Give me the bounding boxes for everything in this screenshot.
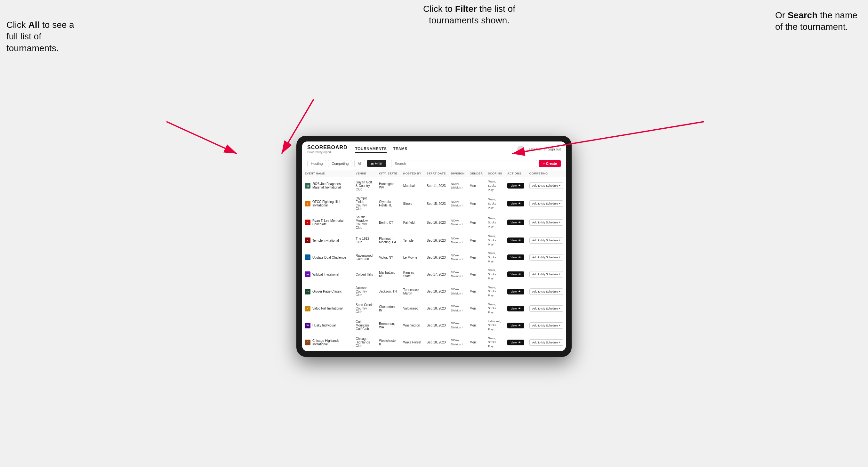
- cell-event-name-9: W Husky Individual: [302, 317, 353, 334]
- table-row: W Husky Individual Gold Mountain Golf Cl…: [302, 317, 566, 334]
- cell-event-name-3: F Ryan T. Lee Memorial Collegiate: [302, 213, 353, 232]
- annotation-topcenter: Click to Filter the list of tournaments …: [408, 3, 530, 27]
- cell-scoring-3: Team,Stroke Play: [485, 213, 505, 232]
- col-venue: VENUE: [353, 170, 376, 177]
- cell-competing-4: Add to My Schedule +: [527, 232, 566, 249]
- cell-start-date-1: Sep 11, 2023: [424, 177, 448, 194]
- cell-actions-10: View 👁: [505, 334, 527, 351]
- table-row: I OFCC Fighting Illini Invitational Olym…: [302, 194, 566, 213]
- signout-link[interactable]: Sign out: [548, 147, 561, 151]
- cell-venue-3: Shuttle Meadow Country Club: [353, 213, 376, 232]
- add-schedule-button-6[interactable]: Add to My Schedule +: [529, 271, 563, 278]
- eye-icon-10: 👁: [518, 341, 521, 344]
- view-button-10[interactable]: View 👁: [507, 340, 524, 345]
- cell-event-name-8: V Valpo Fall Invitational: [302, 300, 353, 317]
- create-button[interactable]: + Create: [539, 160, 561, 167]
- event-name-9: Husky Individual: [312, 323, 336, 327]
- cell-gender-4: Men: [467, 232, 486, 249]
- cell-actions-3: View 👁: [505, 213, 527, 232]
- cell-actions-5: View 👁: [505, 249, 527, 266]
- view-button-8[interactable]: View 👁: [507, 306, 524, 311]
- cell-competing-9: Add to My Schedule +: [527, 317, 566, 334]
- view-button-6[interactable]: View 👁: [507, 272, 524, 277]
- cell-division-9: NCAADivision I: [448, 317, 467, 334]
- add-schedule-button-4[interactable]: Add to My Schedule +: [529, 237, 563, 244]
- add-schedule-button-2[interactable]: Add to My Schedule +: [529, 200, 563, 207]
- cell-gender-3: Men: [467, 213, 486, 232]
- event-name-1: 2023 Joe Feaganes Marshall Invitational: [312, 182, 350, 189]
- cell-city-state-1: Huntington, WV: [376, 177, 401, 194]
- view-button-5[interactable]: View 👁: [507, 254, 524, 260]
- view-button-1[interactable]: View 👁: [507, 183, 524, 189]
- cell-hosted-by-2: Illinois: [401, 194, 424, 213]
- cell-scoring-1: Team,Stroke Play: [485, 177, 505, 194]
- cell-city-state-4: Plymouth Meeting, PA: [376, 232, 401, 249]
- team-logo-7: G: [305, 289, 310, 294]
- table-row: U Upstate Dual Challenge Ravenwood Golf …: [302, 249, 566, 266]
- cell-start-date-2: Sep 15, 2023: [424, 194, 448, 213]
- table-row: F Ryan T. Lee Memorial Collegiate Shuttl…: [302, 213, 566, 232]
- cell-gender-2: Men: [467, 194, 486, 213]
- cell-venue-6: Colbert Hills: [353, 266, 376, 283]
- annotation-topleft: Click All to see a full list of tourname…: [6, 19, 77, 54]
- cell-competing-5: Add to My Schedule +: [527, 249, 566, 266]
- cell-start-date-8: Sep 18, 2023: [424, 300, 448, 317]
- cell-scoring-9: Individual,Stroke Play: [485, 317, 505, 334]
- cell-competing-8: Add to My Schedule +: [527, 300, 566, 317]
- nav-tabs: TOURNAMENTS TEAMS: [355, 145, 518, 153]
- col-hosted-by: HOSTED BY: [401, 170, 424, 177]
- cell-city-state-5: Victor, NY: [376, 249, 401, 266]
- table-row: V Valpo Fall Invitational Sand Creek Cou…: [302, 300, 566, 317]
- team-logo-5: U: [305, 254, 310, 260]
- cell-scoring-2: Team,Stroke Play: [485, 194, 505, 213]
- add-schedule-button-1[interactable]: Add to My Schedule +: [529, 182, 563, 189]
- event-name-3: Ryan T. Lee Memorial Collegiate: [312, 219, 350, 226]
- team-logo-10: C: [305, 340, 310, 345]
- add-schedule-button-5[interactable]: Add to My Schedule +: [529, 254, 563, 260]
- cell-scoring-8: Team,Stroke Play: [485, 300, 505, 317]
- cell-hosted-by-6: Kansas State: [401, 266, 424, 283]
- cell-gender-8: Men: [467, 300, 486, 317]
- logo-text: SCOREBOARD: [307, 145, 348, 150]
- filter-button[interactable]: ☰ Filter: [367, 160, 386, 167]
- hosting-button[interactable]: Hosting: [307, 160, 326, 167]
- view-button-4[interactable]: View 👁: [507, 238, 524, 243]
- cell-division-2: NCAADivision I: [448, 194, 467, 213]
- event-name-7: Grover Page Classic: [312, 290, 342, 293]
- view-button-2[interactable]: View 👁: [507, 201, 524, 207]
- tab-teams[interactable]: TEAMS: [393, 145, 407, 153]
- add-schedule-button-7[interactable]: Add to My Schedule +: [529, 288, 563, 295]
- eye-icon-2: 👁: [518, 202, 521, 205]
- col-division: DIVISION: [448, 170, 467, 177]
- annotation-topright: Or Search the name of the tournament.: [775, 9, 865, 33]
- all-button[interactable]: All: [354, 160, 365, 167]
- team-logo-1: M: [305, 183, 310, 189]
- cell-start-date-4: Sep 16, 2023: [424, 232, 448, 249]
- tab-tournaments[interactable]: TOURNAMENTS: [355, 145, 387, 153]
- cell-division-10: NCAADivision I: [448, 334, 467, 351]
- cell-event-name-1: M 2023 Joe Feaganes Marshall Invitationa…: [302, 177, 353, 194]
- col-city-state: CITY, STATE: [376, 170, 401, 177]
- eye-icon-6: 👁: [518, 273, 521, 276]
- search-input[interactable]: [391, 160, 537, 167]
- view-button-7[interactable]: View 👁: [507, 289, 524, 294]
- table-row: C Chicago Highlands Invitational Chicago…: [302, 334, 566, 351]
- team-logo-9: W: [305, 323, 310, 329]
- cell-division-6: NCAADivision I: [448, 266, 467, 283]
- cell-hosted-by-8: Valparaiso: [401, 300, 424, 317]
- view-button-9[interactable]: View 👁: [507, 323, 524, 329]
- competing-button[interactable]: Competing: [328, 160, 352, 167]
- filter-bar: Hosting Competing All ☰ Filter + Create: [302, 157, 566, 170]
- add-schedule-button-10[interactable]: Add to My Schedule +: [529, 339, 563, 346]
- cell-venue-9: Gold Mountain Golf Club: [353, 317, 376, 334]
- cell-start-date-9: Sep 18, 2023: [424, 317, 448, 334]
- event-name-4: Temple Invitational: [312, 239, 339, 242]
- view-button-3[interactable]: View 👁: [507, 220, 524, 225]
- add-schedule-button-8[interactable]: Add to My Schedule +: [529, 305, 563, 312]
- table-row: M 2023 Joe Feaganes Marshall Invitationa…: [302, 177, 566, 194]
- add-schedule-button-3[interactable]: Add to My Schedule +: [529, 219, 563, 226]
- svg-line-0: [166, 122, 237, 154]
- team-logo-4: T: [305, 238, 310, 243]
- add-schedule-button-9[interactable]: Add to My Schedule +: [529, 322, 563, 329]
- cell-gender-6: Men: [467, 266, 486, 283]
